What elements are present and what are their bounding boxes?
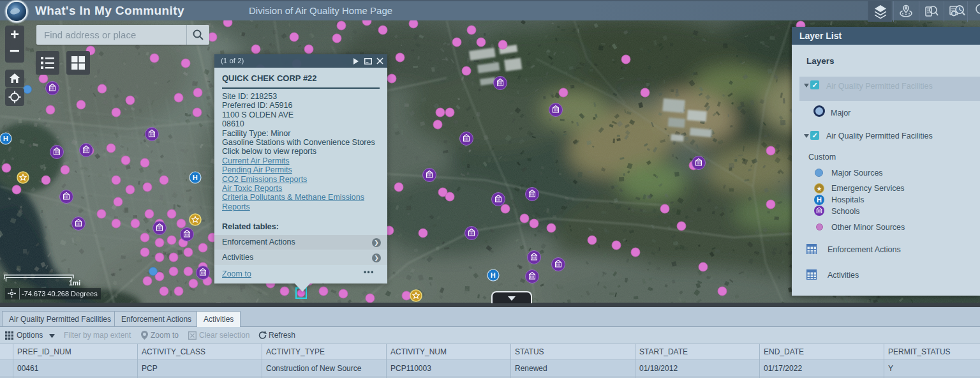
svg-text:H: H (491, 271, 496, 279)
svg-text:H: H (193, 174, 198, 181)
svg-text:H: H (3, 135, 8, 142)
